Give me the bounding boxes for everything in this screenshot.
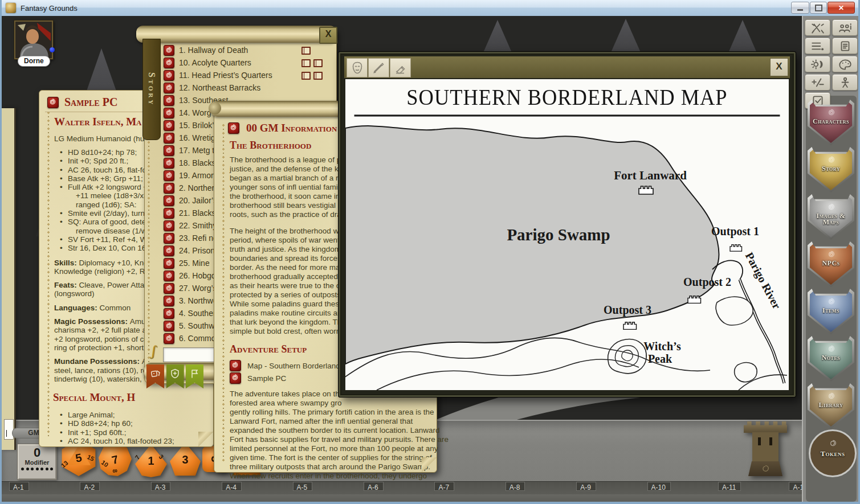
- ruler-label: A-9: [576, 482, 596, 491]
- book-icon[interactable]: [313, 72, 323, 80]
- entry-icon: [164, 333, 174, 344]
- sidebar-item-label: Tokens: [820, 450, 845, 457]
- outpost1-icon: [730, 245, 742, 251]
- story-item[interactable]: 11. Head Priest’s Quarters: [144, 69, 336, 81]
- modifier-dots: [19, 468, 55, 470]
- book-icon[interactable]: [301, 47, 311, 55]
- gm-text-line: forested area where swampy gro: [230, 399, 433, 408]
- tabletop-desktop[interactable]: Dorne Sample PC Walter Isfeln, Ma LG Med…: [2, 16, 858, 502]
- entry-icon: [164, 258, 174, 269]
- sidebar-item-label: Library: [819, 402, 843, 408]
- fg-logo-icon: [827, 250, 835, 259]
- entry-icon: [164, 133, 174, 144]
- grid-ruler-lower: [2, 494, 858, 502]
- map-close-button[interactable]: X: [770, 58, 788, 76]
- options-icon[interactable]: [805, 38, 830, 54]
- sidebar: Tokens CharactersStoryImages & MapsNPCsI…: [802, 16, 858, 502]
- entry-icon: [230, 372, 241, 384]
- entry-icon: [230, 360, 241, 371]
- window-title: Fantasy Grounds: [21, 4, 78, 13]
- chain-decoration: [220, 122, 227, 462]
- colors-icon[interactable]: [832, 56, 858, 72]
- entry-icon: [164, 158, 174, 169]
- entry-icon: [164, 45, 174, 56]
- entry-icon: [164, 283, 174, 294]
- character-portrait[interactable]: [14, 21, 53, 59]
- gm-window-title: 00 GM Information: [246, 122, 337, 134]
- lighting-icon[interactable]: [805, 56, 830, 72]
- ruler-label: A-1: [9, 482, 29, 491]
- book-icon[interactable]: [301, 59, 311, 67]
- modifier-box[interactable]: 0 Modifier: [18, 444, 56, 480]
- movement-icon[interactable]: [832, 74, 858, 91]
- fg-logo-icon: [827, 297, 835, 306]
- page-fold: [198, 432, 213, 446]
- close-button[interactable]: ✕: [828, 2, 855, 14]
- portrait-name-label: Dorne: [18, 56, 50, 67]
- entry-icon: [164, 321, 174, 331]
- party-info-icon[interactable]: [832, 19, 858, 36]
- ruler-label: A-10: [647, 482, 671, 491]
- dice-ribbon[interactable]: [146, 364, 164, 388]
- story-item-label: 19. Armory: [179, 171, 218, 180]
- sidebar-item-label: Story: [822, 166, 840, 172]
- book-icon[interactable]: [313, 59, 323, 67]
- gm-paragraph-3: The adventure takes place on theforested…: [230, 390, 433, 481]
- story-item[interactable]: 1. Hallway of Death: [144, 44, 336, 56]
- book-shortcuts[interactable]: [301, 59, 323, 67]
- story-close-button[interactable]: X: [319, 27, 337, 44]
- story-item-label: 25. Mine: [179, 259, 210, 268]
- mask-icon[interactable]: [347, 58, 368, 77]
- book-shortcuts[interactable]: [301, 47, 311, 55]
- sidebar-item-label: Notes: [822, 355, 841, 361]
- maximize-button[interactable]: [810, 2, 827, 14]
- entry-icon: [164, 183, 174, 194]
- shield-ribbon[interactable]: [166, 364, 184, 388]
- entry-icon: [164, 296, 174, 306]
- gm-text-line: When new recruits enter in the brotherho…: [230, 472, 433, 481]
- sidebar-item-label: Images & Maps: [810, 213, 852, 226]
- pencil-icon[interactable]: [368, 58, 389, 77]
- book-shortcuts[interactable]: [301, 72, 323, 80]
- map-title: SOUTHERN BORDERLAND MAP: [354, 79, 780, 117]
- tower-token[interactable]: [743, 421, 788, 476]
- tower-crown: [744, 421, 787, 433]
- map-window[interactable]: X SOUTHERN BORDERLAND MAP: [338, 51, 796, 398]
- minimize-button[interactable]: [791, 2, 809, 14]
- story-item[interactable]: 12. Northeast Barracks: [144, 81, 336, 94]
- entry-icon: [164, 83, 174, 93]
- attack-icon[interactable]: [805, 19, 830, 36]
- gm-text-line: Fort has basic supplies for travel and m…: [230, 435, 433, 444]
- notes-icon[interactable]: [832, 38, 858, 54]
- chat-input[interactable]: [4, 419, 14, 440]
- eraser-icon[interactable]: [390, 58, 411, 77]
- fort-label: Fort Lanward: [614, 169, 687, 182]
- flag-ribbon[interactable]: [186, 364, 203, 388]
- gm-text-line: expanded the southern border to its curr…: [230, 426, 433, 435]
- map-drawing[interactable]: Fort Lanward Parigo Swamp Outpost 1 Outp…: [345, 116, 789, 390]
- story-item-label: 24. Prison: [179, 246, 215, 255]
- scroll-top-roll[interactable]: [136, 26, 337, 43]
- story-item[interactable]: 10. Acolyte Quarters: [144, 56, 336, 69]
- entry-icon: [164, 195, 174, 206]
- story-search-input[interactable]: [163, 347, 214, 362]
- map-window-titlebar[interactable]: X: [344, 56, 790, 78]
- ruler-label: A-2: [80, 482, 100, 491]
- sidebar-item-label: Characters: [813, 118, 849, 125]
- story-item-label: 12. Northeast Barracks: [179, 83, 260, 92]
- fg-logo-icon: [827, 345, 835, 353]
- gm-entry-link-label: Map - Southern Borderland: [247, 362, 340, 370]
- background-window-edge[interactable]: [2, 108, 16, 450]
- map-canvas[interactable]: SOUTHERN BORDERLAND MAP: [345, 79, 789, 390]
- book-icon[interactable]: [301, 72, 311, 80]
- outpost3-label: Outpost 3: [604, 304, 651, 317]
- sidebar-item-label: Items: [822, 308, 839, 314]
- modifiers-icon[interactable]: [805, 74, 830, 91]
- page-fold: [422, 457, 437, 472]
- modifier-value: 0: [19, 446, 55, 459]
- entry-icon: [164, 233, 174, 244]
- sidebar-item-tokens[interactable]: Tokens: [809, 429, 857, 477]
- story-item-label: 1. Hallway of Death: [179, 46, 248, 55]
- fg-logo-icon: [829, 439, 837, 448]
- fg-logo-icon: [827, 203, 835, 211]
